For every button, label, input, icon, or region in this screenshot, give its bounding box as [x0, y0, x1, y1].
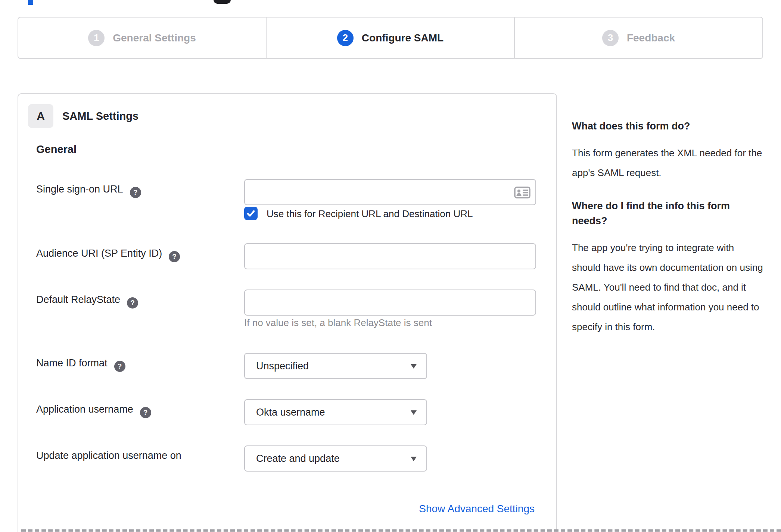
application-username-select[interactable]: Okta username	[244, 399, 427, 425]
step-general-settings[interactable]: 1 General Settings	[18, 18, 266, 58]
selected-value: Unspecified	[256, 360, 309, 372]
application-username-label: Application username?	[36, 403, 151, 418]
name-id-format-label: Name ID format?	[36, 357, 125, 372]
wizard-stepper: 1 General Settings 2 Configure SAML 3 Fe…	[18, 17, 763, 59]
audience-uri-input[interactable]	[244, 243, 536, 269]
panel-title: SAML Settings	[62, 104, 139, 128]
section-a-badge: A	[28, 104, 53, 128]
step-number-badge: 1	[88, 30, 105, 46]
help-icon[interactable]: ?	[140, 407, 151, 418]
step-label: Configure SAML	[362, 32, 444, 44]
general-section-heading: General	[36, 143, 77, 156]
chevron-down-icon	[411, 457, 417, 461]
cropped-page-title-fragment	[28, 0, 33, 5]
step-label: General Settings	[113, 32, 196, 44]
dashed-section-divider	[21, 529, 781, 532]
cropped-logo-fragment	[214, 0, 231, 4]
relay-state-input[interactable]	[244, 290, 536, 316]
help-sidebar: What does this form do? This form genera…	[572, 119, 765, 337]
update-username-label: Update application username on	[36, 449, 181, 462]
step-configure-saml[interactable]: 2 Configure SAML	[266, 18, 514, 58]
help-icon[interactable]: ?	[114, 361, 125, 372]
audience-uri-label: Audience URI (SP Entity ID)?	[36, 247, 180, 262]
recipient-url-checkbox[interactable]	[244, 207, 258, 220]
sso-url-label: Single sign-on URL?	[36, 183, 141, 198]
relay-state-label: Default RelayState?	[36, 293, 138, 309]
help-icon[interactable]: ?	[169, 251, 180, 262]
checkmark-icon	[246, 209, 256, 218]
chevron-down-icon	[411, 364, 417, 369]
name-id-format-select[interactable]: Unspecified	[244, 353, 427, 379]
show-advanced-settings-link[interactable]: Show Advanced Settings	[419, 503, 535, 515]
update-username-select[interactable]: Create and update	[244, 445, 427, 472]
help-icon[interactable]: ?	[127, 297, 138, 309]
chevron-down-icon	[411, 410, 417, 415]
help-icon[interactable]: ?	[130, 187, 141, 198]
step-number-badge: 2	[337, 30, 354, 46]
step-feedback[interactable]: 3 Feedback	[514, 18, 762, 58]
sidebar-heading-what: What does this form do?	[572, 119, 765, 134]
step-label: Feedback	[627, 32, 675, 44]
sso-url-input[interactable]	[244, 179, 536, 205]
sidebar-body-what: This form generates the XML needed for t…	[572, 143, 765, 183]
relay-state-hint: If no value is set, a blank RelayState i…	[244, 317, 432, 329]
recipient-url-checkbox-label: Use this for Recipient URL and Destinati…	[267, 207, 473, 220]
selected-value: Okta username	[256, 407, 325, 418]
sidebar-heading-where: Where do I find the info this form needs…	[572, 198, 765, 228]
sidebar-body-where: The app you're trying to integrate with …	[572, 238, 765, 337]
step-number-badge: 3	[602, 30, 619, 46]
saml-settings-panel: A SAML Settings General Single sign-on U…	[18, 93, 557, 532]
selected-value: Create and update	[256, 453, 340, 464]
